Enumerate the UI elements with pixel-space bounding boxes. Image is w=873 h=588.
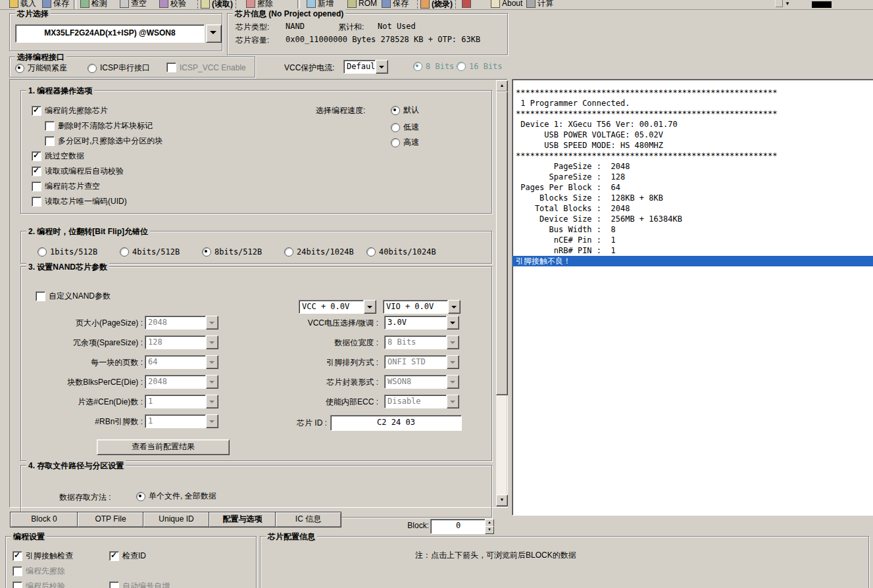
internal-ecc-combo[interactable]: Disable	[384, 395, 459, 408]
auto-verify-checkbox[interactable]: 读取或编程后自动校验	[32, 166, 124, 177]
rbn-count-combo[interactable]: 1	[145, 414, 218, 428]
tab-block0[interactable]: Block 0	[10, 512, 78, 527]
vcc-voltage-combo[interactable]: 3.0V	[384, 316, 459, 330]
checkbox-icon	[32, 106, 41, 116]
xgpro-window: { "toolbar": { "items": [ {"label": "载入"…	[0, 0, 873, 588]
bits16-radio[interactable]: 16 Bits	[457, 62, 503, 71]
log-line: Device 1: XGecu T56 Ver: 00.01.70	[512, 119, 873, 130]
checkbox-icon	[32, 151, 41, 161]
group1-title: 1. 编程器操作选项	[26, 86, 94, 97]
dropdown-arrow-icon[interactable]	[448, 300, 461, 314]
speed-high-radio[interactable]: 高速	[391, 137, 419, 148]
dropdown-arrow-icon	[206, 316, 218, 330]
dropdown-arrow-icon[interactable]	[447, 316, 459, 330]
pin-layout-combo[interactable]: ONFI STD	[384, 355, 459, 369]
capacity-label: 芯片容量:	[236, 35, 269, 46]
checkbox-icon	[166, 62, 176, 72]
serial-increment-checkbox[interactable]: 自动编号自增	[109, 581, 170, 588]
sparesize-combo[interactable]: 128	[145, 335, 218, 349]
program-settings-title: 编程设置	[11, 531, 47, 543]
bitflip-8bits-radio[interactable]: 8bits/512B	[202, 247, 262, 257]
custom-nand-params-checkbox[interactable]: 自定义NAND参数	[36, 291, 111, 302]
checksum-label: 累计和:	[338, 22, 364, 33]
toolbar-separator	[297, 0, 300, 9]
toolbar-dropdown[interactable]: ▼	[775, 0, 790, 10]
socket-radio[interactable]: 万能锁紧座	[15, 62, 67, 74]
bus-width-combo[interactable]: 8 Bits	[384, 335, 459, 349]
programmer-options-group: 1. 编程器操作选项 编程前先擦除芯片 删除时不清除芯片坏块标记 多分区时,只擦…	[20, 90, 492, 214]
bitflip-4bits-radio[interactable]: 4bits/512B	[120, 247, 180, 257]
package-combo[interactable]: WSON8	[384, 375, 459, 389]
chevron-down-icon	[210, 31, 216, 34]
scrollbar-thumb[interactable]	[496, 91, 508, 395]
vcc-trim-combo[interactable]: VCC + 0.0V	[299, 300, 376, 314]
dropdown-arrow-icon[interactable]	[364, 300, 376, 314]
pin-contact-check-checkbox[interactable]: 引脚接触检查	[12, 551, 73, 562]
keep-badblock-mark-checkbox[interactable]: 删除时不清除芯片坏块标记	[45, 120, 153, 132]
toolbar-item-program[interactable]: (烧录)	[417, 0, 456, 10]
bitflip-40bits-radio[interactable]: 40bits/1024B	[366, 247, 436, 257]
blocks-per-ce-combo[interactable]: 2048	[145, 375, 218, 389]
scroll-down-icon[interactable]: ▼	[496, 495, 508, 506]
chip-select-combo[interactable]: MX35LF2G24AD(x1+ISP) @WSON8	[15, 24, 205, 43]
options-scrollbar[interactable]: ▲ ▼	[496, 80, 507, 506]
pages-per-block-combo[interactable]: 64	[145, 355, 218, 369]
dropdown-arrow-icon	[447, 355, 459, 369]
bits8-radio[interactable]: 8 Bits	[413, 62, 454, 71]
block-number-field[interactable]: 0	[430, 519, 486, 534]
icsp-vcc-enable-checkbox[interactable]: ICSP_VCC Enable	[166, 62, 246, 72]
toolbar-item-read[interactable]: (读取)	[197, 0, 236, 10]
radio-icon	[120, 247, 129, 257]
tab-ic-info[interactable]: IC 信息	[275, 512, 341, 527]
toolbar-item-calculator[interactable]: 计算	[526, 0, 553, 10]
toolbar-item-blank-check[interactable]: 查空	[120, 0, 147, 10]
chevron-down-icon: ▼	[785, 1, 790, 7]
log-panel[interactable]: ****************************************…	[512, 79, 873, 516]
log-line: SpareSize : 128	[512, 172, 873, 182]
toolbar-item-save-project[interactable]: 保存	[382, 0, 409, 10]
toolbar-item-tool[interactable]	[462, 0, 471, 10]
view-config-button[interactable]: 查看当前配置结果	[97, 439, 230, 455]
check-id-checkbox[interactable]: 检查ID	[109, 551, 146, 562]
chip-config-title: 芯片配置信息	[266, 531, 317, 543]
bitflip-1bits-radio[interactable]: 1bits/512B	[37, 247, 97, 257]
toolbar-item-detect[interactable]: 检测	[80, 0, 107, 10]
erase-selected-partition-checkbox[interactable]: 多分区时,只擦除选中分区的块	[45, 135, 162, 147]
vcc-current-combo[interactable]: Default	[343, 60, 388, 74]
read-uid-checkbox[interactable]: 读取芯片唯一编码(UID)	[32, 196, 127, 207]
log-line: ****************************************…	[512, 151, 873, 161]
tab-unique-id[interactable]: Unique ID	[143, 512, 210, 527]
radio-icon	[136, 492, 145, 501]
bitflip-24bits-radio[interactable]: 24bits/1024B	[284, 247, 354, 257]
vio-trim-combo[interactable]: VIO + 0.0V	[383, 300, 461, 314]
erase-before-program-checkbox[interactable]: 编程前先擦除芯片	[32, 105, 108, 116]
ce-count-combo[interactable]: 1	[145, 395, 218, 408]
radio-icon	[15, 64, 24, 73]
verify-after-program-checkbox[interactable]: 编程后校验	[12, 581, 65, 588]
chip-id-field[interactable]: C2 24 03	[330, 415, 462, 431]
erase-first-checkbox[interactable]: 编程先擦除	[12, 566, 65, 577]
program-icon	[420, 0, 430, 9]
icsp-radio[interactable]: ICSP串行接口	[87, 62, 150, 74]
scroll-up-icon[interactable]: ▲	[496, 80, 508, 92]
dropdown-arrow-icon	[447, 395, 459, 408]
skip-blank-data-checkbox[interactable]: 跳过空数据	[32, 151, 84, 162]
tab-otp-file[interactable]: OTP File	[77, 512, 144, 527]
log-line: ****************************************…	[512, 109, 873, 119]
dropdown-arrow-icon[interactable]	[376, 60, 388, 74]
speed-low-radio[interactable]: 低速	[391, 122, 419, 133]
pagesize-combo[interactable]: 2048	[145, 316, 218, 330]
spinner-down-icon[interactable]: ▼	[485, 526, 494, 534]
chip-select-dropdown-button[interactable]	[206, 24, 222, 43]
toolbar-item-verify[interactable]: 校验	[159, 0, 186, 10]
window-black-icon[interactable]	[812, 1, 832, 8]
single-file-radio[interactable]: 单个文件, 全部数据	[136, 491, 216, 502]
log-line: Total Blocks : 2048	[512, 203, 873, 214]
toolbar-item-rom[interactable]: ROM	[347, 0, 377, 10]
pin-layout-label: 引脚排列方式 :	[261, 357, 378, 368]
toolbar-item-about[interactable]: About	[491, 0, 522, 10]
speed-default-radio[interactable]: 默认	[391, 105, 419, 116]
blank-check-before-program-checkbox[interactable]: 编程前芯片查空	[32, 181, 100, 192]
tab-config-options[interactable]: 配置与选项	[209, 512, 276, 527]
group3-title: 3. 设置NAND芯片参数	[26, 262, 109, 273]
